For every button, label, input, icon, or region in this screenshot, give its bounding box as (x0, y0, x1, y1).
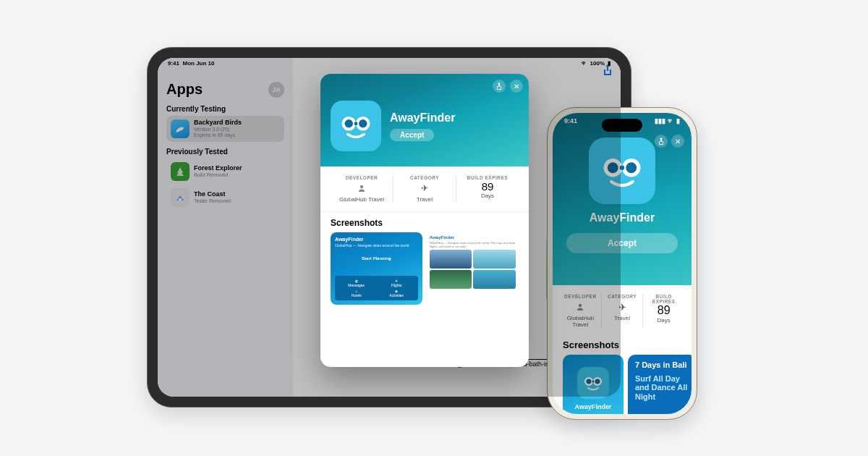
close-icon[interactable]: ✕ (671, 135, 684, 148)
accept-button[interactable]: Accept (566, 233, 678, 253)
plane-icon: ✈ (603, 301, 642, 313)
svg-point-11 (620, 166, 624, 170)
app-expires: Expires in 89 days (194, 132, 242, 138)
svg-point-4 (359, 119, 367, 127)
sheet-title: AwayFinder (390, 111, 455, 124)
svg-point-3 (345, 119, 353, 127)
app-name: Backyard Birds (194, 119, 242, 127)
section-previously-tested: Previously Tested (166, 148, 284, 156)
screenshots-heading: Screenshots (553, 337, 692, 355)
sidebar-app-the-coast[interactable]: The Coast Tester Removed (166, 185, 284, 211)
battery-icon: ▮ (676, 117, 680, 124)
tile-value: Travel (396, 196, 453, 203)
plane-icon: ✈ (396, 182, 453, 194)
screenshot-card[interactable]: AwayFinder GlobalHop — Navigate skies ar… (331, 232, 422, 305)
chip-label: Flights (391, 283, 402, 287)
sidebar-title: Apps (166, 81, 203, 98)
screenshots-heading: Screenshots (320, 212, 529, 232)
chip-label: Activities (389, 293, 404, 297)
shot-brand: AwayFinder (575, 403, 612, 410)
tile-label: BUILD EXPIRES (644, 294, 683, 304)
tile-value: 89 (459, 180, 516, 193)
person-icon (333, 182, 390, 194)
tile-value: 89 (644, 304, 683, 317)
tile-value: GlobalHub Travel (333, 196, 390, 203)
iphone-status-time: 9:41 (564, 117, 577, 124)
app-status: Build Removed (194, 172, 242, 178)
shot-brand: AwayFinder (335, 237, 418, 242)
tile-label: CATEGORY (396, 175, 453, 180)
iphone-title: AwayFinder (590, 211, 655, 224)
tile-label: CATEGORY (603, 294, 642, 299)
svg-point-5 (354, 122, 358, 125)
card-title: 7 Days in Bali (635, 360, 689, 370)
svg-point-12 (579, 304, 582, 307)
tile-developer: DEVELOPER GlobalHub Travel (331, 175, 393, 203)
sidebar-app-backyard-birds[interactable]: Backyard Birds Version 3.0 (25) Expires … (166, 116, 284, 142)
section-currently-testing: Currently Testing (166, 105, 284, 113)
tile-unit: Days (459, 193, 516, 199)
app-icon (577, 367, 609, 399)
ipad-sidebar: Apps JA Currently Testing Backyard Birds… (158, 58, 293, 397)
app-version: Version 3.0 (25) (194, 127, 242, 132)
wifi-icon: ᯤ (668, 117, 674, 124)
cellular-icon: ▮▮▮ (655, 117, 665, 124)
info-tiles: DEVELOPER GlobalHub Travel CATEGORY ✈ Tr… (553, 285, 692, 337)
app-invite-sheet: ✕ AwayFinder Accept DEVELOP (320, 74, 529, 367)
dynamic-island (602, 119, 642, 132)
tile-label: BUILD EXPIRES (459, 175, 516, 180)
tile-expires: BUILD EXPIRES 89 Days (643, 294, 684, 328)
svg-point-16 (595, 379, 600, 384)
ipad-status-time: 9:41 (168, 60, 179, 67)
shot-cta: Start Planning (335, 256, 418, 261)
svg-point-9 (608, 162, 618, 173)
share-icon[interactable] (655, 135, 668, 148)
tile-developer: DEVELOPER GlobalHub Travel (560, 294, 602, 328)
tile-category: CATEGORY ✈ Travel (393, 175, 456, 203)
tile-unit: Days (644, 317, 683, 324)
iphone-screen: 9:41 ▮▮▮ ᯤ ▮ ✕ Awa (553, 113, 692, 414)
ipad-status-bar: 9:41 Mon Jun 10 ᯤ 100% ▮ (158, 60, 621, 67)
chip-label: Hotels (352, 293, 362, 297)
svg-rect-0 (179, 198, 182, 200)
iphone-hero: ✕ AwayFinder Accept (553, 113, 692, 285)
screenshot-card[interactable]: AwayFinder GlobalHop — Navigate skies ar… (427, 232, 519, 305)
accept-button[interactable]: Accept (390, 129, 434, 141)
backyard-birds-icon (171, 119, 190, 138)
screenshot-card[interactable]: 7 Days in Bali Surf All Day and Dance Al… (628, 355, 692, 414)
svg-point-15 (587, 379, 592, 384)
app-name: The Coast (194, 191, 231, 198)
iphone-device: 9:41 ▮▮▮ ᯤ ▮ ✕ Awa (547, 107, 697, 420)
sheet-hero: ✕ AwayFinder Accept (320, 74, 529, 166)
svg-point-17 (592, 381, 595, 383)
tile-label: DEVELOPER (561, 294, 600, 299)
screenshot-card[interactable]: AwayFinder (563, 355, 624, 414)
tile-expires: BUILD EXPIRES 89 Days (456, 175, 519, 203)
app-icon (331, 101, 381, 151)
tile-category: CATEGORY ✈ Travel (602, 294, 644, 328)
person-icon (561, 301, 600, 313)
battery-icon: ▮ (608, 60, 610, 67)
wifi-icon: ᯤ (582, 60, 587, 67)
info-tiles: DEVELOPER GlobalHub Travel CATEGORY ✈ Tr… (320, 166, 529, 212)
shot-brand: AwayFinder (430, 235, 516, 240)
svg-point-6 (360, 185, 363, 188)
tile-value: GlobalHub Travel (561, 315, 600, 328)
the-coast-icon (171, 188, 190, 207)
tile-value: Travel (603, 315, 642, 321)
avatar[interactable]: JA (268, 82, 284, 98)
svg-point-10 (626, 162, 637, 173)
tile-label: DEVELOPER (333, 175, 390, 180)
shot-tagline: GlobalHop — Navigate skies around the wo… (335, 243, 418, 248)
sidebar-app-forest-explorer[interactable]: Forest Explorer Build Removed (166, 159, 284, 185)
app-name: Forest Explorer (194, 165, 242, 172)
app-status: Tester Removed (194, 198, 231, 204)
ipad-status-date: Mon Jun 10 (182, 60, 214, 67)
chip-label: Messages (348, 283, 365, 287)
card-subtitle: Surf All Day and Dance All Night (635, 374, 689, 402)
forest-explorer-icon (171, 162, 190, 181)
share-icon[interactable] (493, 80, 506, 93)
ipad-status-battery: 100% (590, 60, 605, 67)
app-icon (589, 138, 655, 204)
close-icon[interactable]: ✕ (510, 80, 523, 93)
